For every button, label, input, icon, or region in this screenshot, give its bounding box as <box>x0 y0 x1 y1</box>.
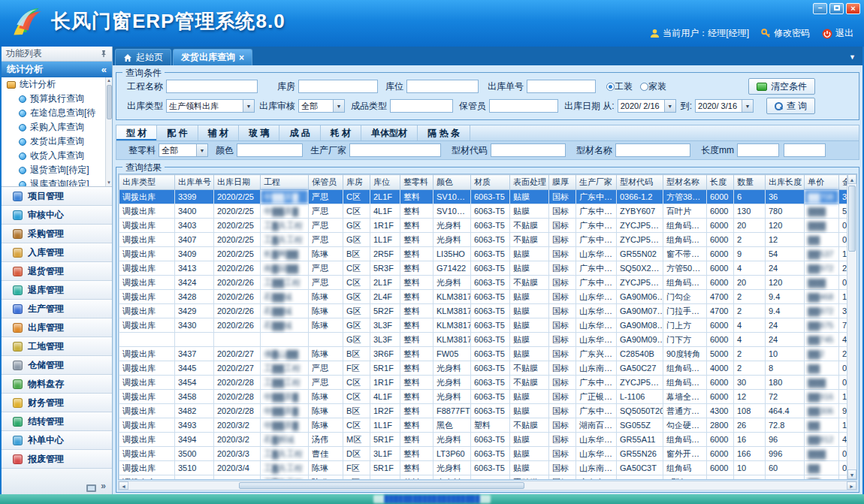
column-header[interactable]: 生产厂家 <box>576 175 617 190</box>
outbound-type-select[interactable]: 生产领料出库 <box>166 99 255 113</box>
vertical-scrollbar-thumb[interactable] <box>848 186 856 252</box>
manufacturer-input[interactable] <box>349 143 441 157</box>
warehouse-input[interactable] <box>298 80 378 93</box>
column-header[interactable]: 数量 <box>734 175 766 190</box>
column-header[interactable]: 型材名称 <box>663 175 707 190</box>
tree-item[interactable]: 退货查询[待定] <box>2 163 112 177</box>
scroll-up-icon[interactable] <box>847 174 856 184</box>
sidebar-menu-item[interactable]: 审核中心 <box>2 206 112 225</box>
sidebar-menu-item[interactable]: 项目管理 <box>2 187 112 206</box>
column-header[interactable]: 出库类型 <box>119 175 175 190</box>
table-row[interactable]: 调拨出库33992020/2/25华▓▓原▓严思C区2L1F整料SV10…606… <box>119 190 858 204</box>
table-row[interactable]: 调拨出库34282020/2/26石▓▓城陈琳G区2L4F整料KLM381760… <box>119 290 858 304</box>
search-button[interactable]: 查 询 <box>766 98 815 114</box>
table-row[interactable]: 调拨出库34372020/2/27佛▓山▓▓陈琳B区3R6F整料FW056063… <box>119 347 858 361</box>
table-row[interactable]: 调拨出库34002020/2/25华▓▓原▓严思C区4L1F整料SV10…606… <box>119 204 858 219</box>
sidebar-menu-item[interactable]: 补单中心 <box>2 431 112 450</box>
whole-piece-select[interactable]: 全部 <box>159 143 208 157</box>
color-input[interactable] <box>237 143 303 157</box>
table-row[interactable]: 调拨出库34092020/2/25长▓网▓▓陈琳B区2R5F整料LI35HO60… <box>119 247 858 261</box>
table-row[interactable]: 调拨出库34822020/2/28华▓▓原▓陈琳B区1R2F整料F8877FT6… <box>119 404 858 418</box>
material-tab[interactable]: 成 品 <box>279 125 320 140</box>
scroll-left-icon[interactable] <box>119 481 128 490</box>
material-tab[interactable]: 单体型材 <box>361 125 418 140</box>
column-header[interactable]: 长度 <box>707 175 734 190</box>
length-min-input[interactable] <box>737 143 779 157</box>
table-row[interactable]: 调拨出库34292020/2/26石▓▓城陈琳G区5R2F整料KLM381760… <box>119 304 858 318</box>
table-row[interactable]: 调拨出库34132020/2/26南▓园▓▓严思C区5R3F整料G7142260… <box>119 261 858 276</box>
sidebar-menu-item[interactable]: 生产管理 <box>2 300 112 318</box>
scroll-up-icon[interactable] <box>106 77 112 84</box>
table-row[interactable]: 调拨出库34942020/3/2石▓辉城汤伟M区5R1F整料光身料6063-T5… <box>119 433 858 447</box>
tab-home[interactable]: 起始页 <box>115 49 171 65</box>
date-to-picker[interactable]: 2020/ 3/16 <box>695 99 754 113</box>
table-row[interactable]: 调拨出库35102020/3/4工▓共工程陈琳F区5R1F整料光身料6063-T… <box>119 461 858 475</box>
column-header[interactable]: 保管员 <box>309 175 343 190</box>
column-header[interactable]: 出库日期 <box>214 175 261 190</box>
section-header-statistics[interactable]: 统计分析 <box>2 62 112 77</box>
close-button[interactable] <box>846 3 860 14</box>
product-type-input[interactable] <box>390 99 453 113</box>
more-panels-icon[interactable] <box>101 478 106 492</box>
maximize-button[interactable] <box>829 3 844 14</box>
tree-item[interactable]: 收货入库查询 <box>2 149 112 163</box>
minimize-button[interactable] <box>813 3 827 14</box>
length-max-input[interactable] <box>784 143 826 157</box>
column-header[interactable]: 整零料 <box>400 175 434 190</box>
date-from-picker[interactable]: 2020/ 2/16 <box>618 99 676 113</box>
tree-item[interactable]: 在途信息查询[待 <box>2 106 112 120</box>
horizontal-scrollbar[interactable] <box>118 481 857 490</box>
column-header[interactable]: 出库长度 <box>766 175 805 190</box>
sidebar-menu-item[interactable]: 物料盘存 <box>2 375 112 394</box>
column-header[interactable]: 材质 <box>471 175 510 190</box>
column-header[interactable]: 单价 <box>805 175 839 190</box>
sidebar-menu-item[interactable]: 报废管理 <box>2 450 112 469</box>
tab-outbound-query[interactable]: 发货出库查询 <box>173 49 252 65</box>
tab-list-dropdown-icon[interactable] <box>849 49 862 65</box>
column-header[interactable]: 颜色 <box>434 175 471 190</box>
profile-name-input[interactable] <box>615 143 690 157</box>
table-row[interactable]: 调拨出库34302020/2/26石▓▓城陈琳G区3L3F整料KLM381760… <box>119 318 858 333</box>
table-row[interactable]: 调拨出库34582020/2/28华▓▓原▓陈琳C区4L1F整料光身料6063-… <box>119 390 858 404</box>
material-tab[interactable]: 耗 材 <box>321 125 361 140</box>
tree-scrollbar[interactable] <box>105 77 112 186</box>
keeper-input[interactable] <box>489 99 558 113</box>
gongzhuang-radio[interactable] <box>606 83 615 91</box>
sidebar-menu-item[interactable]: 采购管理 <box>2 225 112 243</box>
tree-item[interactable]: 退库查询[待定] <box>2 177 112 187</box>
audit-select[interactable]: 全部 <box>298 99 345 113</box>
change-password-link[interactable]: 修改密码 <box>761 27 810 40</box>
column-header[interactable]: 出库单号 <box>175 175 214 190</box>
column-header[interactable]: 库位 <box>370 175 400 190</box>
tree-scrollbar-thumb[interactable] <box>107 85 112 119</box>
scroll-down-icon[interactable] <box>106 180 112 186</box>
clear-conditions-button[interactable]: 清空条件 <box>748 78 815 95</box>
logout-button[interactable]: 退出 <box>822 27 853 40</box>
order-no-input[interactable] <box>527 80 596 93</box>
table-row[interactable]: 调拨出库34452020/2/27工▓▓工程严思F区5R1F整料光身料6063-… <box>119 361 858 376</box>
material-tab[interactable]: 型 材 <box>116 125 157 140</box>
horizontal-scrollbar-thumb[interactable] <box>239 482 524 489</box>
column-header[interactable]: 库房 <box>343 175 370 190</box>
column-header[interactable]: 表面处理 <box>510 175 549 190</box>
scroll-right-icon[interactable] <box>847 481 856 490</box>
table-row[interactable]: 调拨出库34242020/2/26工▓▓工程严思C区2L1F整料光身料6063-… <box>119 276 858 290</box>
tree-item[interactable]: 采购入库查询 <box>2 120 112 134</box>
material-tab[interactable]: 配 件 <box>157 125 198 140</box>
material-tab[interactable]: 玻 璃 <box>239 125 279 140</box>
vertical-scrollbar[interactable] <box>847 174 856 479</box>
profile-code-input[interactable] <box>491 143 566 157</box>
sidebar-menu-item[interactable]: 财务管理 <box>2 394 112 412</box>
pin-icon[interactable] <box>100 50 107 58</box>
collapse-icon[interactable] <box>101 64 107 75</box>
table-row[interactable]: 调拨出库35002020/3/3工▓共工程曹佳D区3L1F整料LT3P60606… <box>119 447 858 461</box>
sidebar-menu-item[interactable]: 退货管理 <box>2 262 112 281</box>
scroll-down-icon[interactable] <box>847 469 856 479</box>
material-tab[interactable]: 辅 材 <box>198 125 239 140</box>
tab-close-icon[interactable] <box>239 53 244 63</box>
table-row[interactable]: 调拨出库35122020/3/4工▓共工程陈琳F区1L2F整料光身料6063-T… <box>119 475 858 481</box>
sidebar-menu-item[interactable]: 入库管理 <box>2 243 112 262</box>
tree-root[interactable]: 统计分析 <box>2 77 112 92</box>
table-row[interactable]: 调拨出库34932020/3/2华▓▓原▓陈琳C区1L1F整料黑色塑料不贴膜国标… <box>119 418 858 433</box>
sidebar-menu-item[interactable]: 结转管理 <box>2 412 112 431</box>
